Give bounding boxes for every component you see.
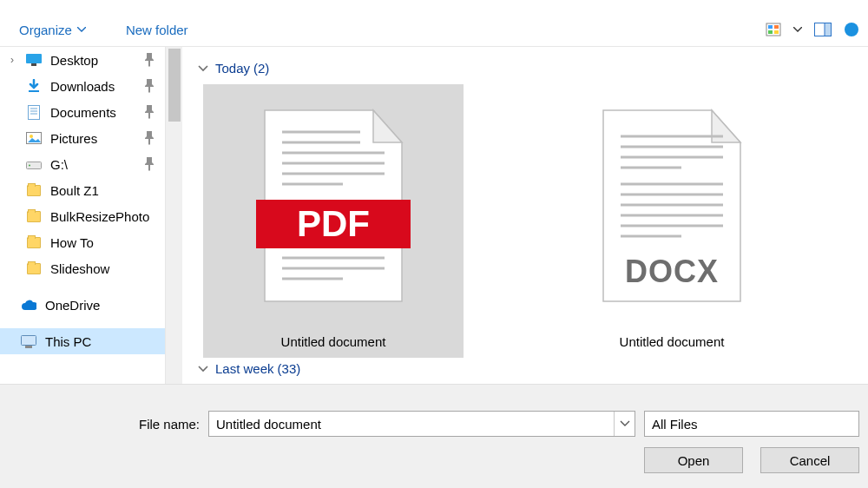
sidebar-item-folder[interactable]: Boult Z1: [0, 177, 165, 203]
sidebar-label: Documents: [50, 105, 116, 120]
sidebar-item-documents[interactable]: Documents: [0, 99, 165, 125]
scrollbar-thumb[interactable]: [168, 49, 181, 122]
pin-icon: [144, 79, 155, 93]
svg-rect-1: [768, 25, 773, 29]
svg-rect-4: [774, 30, 779, 34]
bottom-panel: File name: All Files Open Cancel: [0, 384, 868, 488]
sidebar-label: Boult Z1: [50, 183, 99, 198]
sidebar-label: BulkResizePhoto: [50, 209, 149, 224]
svg-rect-19: [22, 335, 36, 345]
svg-rect-9: [31, 63, 36, 66]
svg-rect-11: [29, 105, 40, 119]
sidebar-item-folder[interactable]: Slideshow: [0, 255, 165, 281]
view-mode-thumbnails-button[interactable]: [766, 23, 781, 36]
desktop-icon: [26, 52, 42, 68]
folder-icon: [26, 234, 42, 250]
sidebar-label: Downloads: [50, 79, 115, 94]
sidebar-label: How To: [50, 235, 94, 250]
sidebar-scrollbar[interactable]: [165, 47, 182, 384]
pdf-icon: PDF: [256, 106, 411, 306]
group-count: (33): [278, 361, 301, 376]
toolbar: Organize New folder: [0, 13, 868, 46]
sidebar-item-pictures[interactable]: Pictures: [0, 125, 165, 151]
file-thumbnail: PDF: [203, 84, 464, 327]
group-name: Last week: [215, 361, 274, 376]
top-strip: [0, 0, 868, 13]
caret-down-icon: [620, 420, 630, 427]
file-item-docx[interactable]: DOCX Untitled document: [542, 84, 802, 358]
sidebar-label: G:\: [50, 157, 68, 172]
main-area: › Desktop Downloads Doc: [0, 47, 868, 384]
sidebar-label: Desktop: [50, 53, 98, 68]
svg-point-18: [29, 165, 30, 167]
pin-icon: [144, 105, 155, 119]
svg-rect-20: [25, 346, 32, 348]
svg-point-16: [30, 135, 33, 138]
svg-rect-8: [26, 54, 42, 63]
svg-rect-10: [29, 90, 39, 92]
caret-down-icon: [77, 27, 86, 32]
sidebar-label: OneDrive: [45, 298, 100, 313]
svg-rect-6: [825, 23, 832, 36]
new-folder-label: New folder: [126, 23, 188, 37]
file-item-pdf[interactable]: PDF Untitled document: [203, 84, 464, 358]
folder-icon: [26, 260, 42, 276]
preview-pane-button[interactable]: [814, 23, 832, 36]
open-button[interactable]: Open: [644, 447, 743, 473]
folder-icon: [26, 208, 42, 224]
sidebar: › Desktop Downloads Doc: [0, 47, 182, 384]
filename-label: File name:: [0, 417, 200, 432]
svg-text:DOCX: DOCX: [625, 254, 719, 289]
downloads-icon: [26, 78, 42, 94]
file-list: Today (2): [182, 47, 868, 384]
filename-dropdown-button[interactable]: [614, 412, 635, 436]
filename-input[interactable]: [209, 412, 614, 436]
sidebar-item-onedrive[interactable]: OneDrive: [0, 292, 165, 318]
cancel-label: Cancel: [790, 453, 831, 468]
group-count: (2): [253, 61, 269, 76]
group-header-today[interactable]: Today (2): [198, 61, 851, 76]
organize-label: Organize: [19, 23, 72, 37]
pin-icon: [144, 131, 155, 145]
filter-value: All Files: [652, 417, 698, 432]
sidebar-item-folder[interactable]: How To: [0, 229, 165, 255]
sidebar-item-downloads[interactable]: Downloads: [0, 73, 165, 99]
file-type-filter[interactable]: All Files: [644, 411, 859, 437]
pin-icon: [144, 157, 155, 171]
chevron-right-icon: ›: [10, 54, 14, 66]
group-header-last-week[interactable]: Last week (33): [198, 361, 851, 376]
svg-point-7: [845, 23, 858, 36]
sidebar-item-desktop[interactable]: › Desktop: [0, 47, 165, 73]
onedrive-icon: [21, 297, 36, 313]
help-button[interactable]: [844, 22, 859, 37]
file-name: Untitled document: [542, 327, 802, 358]
cancel-button[interactable]: Cancel: [760, 447, 859, 473]
documents-icon: [26, 104, 42, 120]
filename-combobox[interactable]: [208, 411, 635, 437]
sidebar-item-gdrive[interactable]: G:\: [0, 151, 165, 177]
organize-menu[interactable]: Organize: [12, 21, 93, 39]
pictures-icon: [26, 130, 42, 146]
thumbnails-icon: [766, 23, 781, 36]
sidebar-item-this-pc[interactable]: This PC: [0, 328, 165, 354]
svg-rect-2: [774, 25, 779, 29]
open-label: Open: [678, 453, 710, 468]
sidebar-label: Slideshow: [50, 261, 109, 276]
docx-icon: DOCX: [595, 106, 749, 306]
chevron-down-icon: [198, 366, 208, 373]
sidebar-label: Pictures: [50, 131, 97, 146]
group-name: Today: [215, 61, 250, 76]
svg-marker-22: [373, 110, 402, 142]
sidebar-label: This PC: [45, 334, 91, 349]
this-pc-icon: [21, 333, 36, 349]
caret-down-icon[interactable]: [793, 27, 802, 32]
svg-rect-3: [768, 30, 773, 34]
pin-icon: [144, 53, 155, 67]
drive-icon: [26, 156, 42, 172]
new-folder-button[interactable]: New folder: [119, 21, 195, 39]
svg-text:PDF: PDF: [297, 203, 370, 244]
folder-icon: [26, 182, 42, 198]
sidebar-item-folder[interactable]: BulkResizePhoto: [0, 203, 165, 229]
help-icon: [844, 22, 859, 37]
preview-pane-icon: [814, 23, 832, 36]
